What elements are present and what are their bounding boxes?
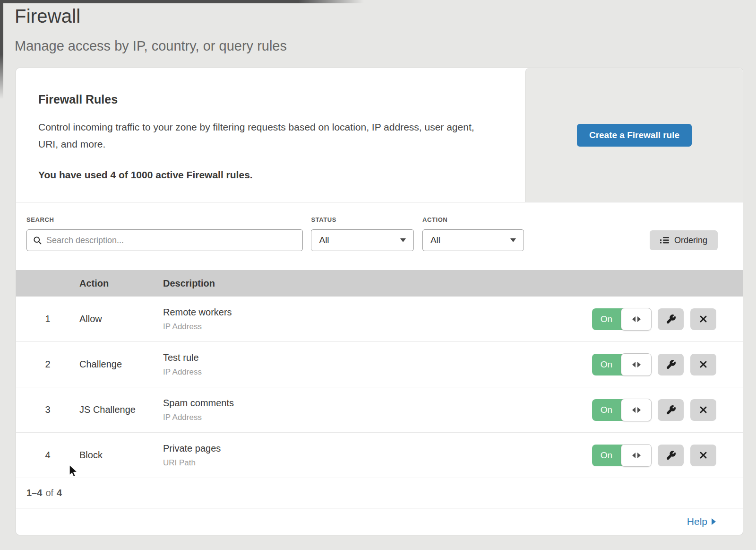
rule-description: Test rule [163,352,592,363]
create-firewall-rule-button[interactable]: Create a Firewall rule [577,124,692,147]
rule-action: Block [79,450,163,461]
rule-description-cell: Private pages URI Path [163,443,592,468]
arrow-right-icon [637,407,641,413]
help-link[interactable]: Help [687,516,716,527]
arrow-right-icon [637,316,641,322]
edit-rule-button[interactable] [658,399,684,421]
delete-rule-button[interactable] [690,354,716,375]
toggle-knob[interactable] [621,308,652,331]
status-label: STATUS [311,216,414,223]
ordering-button[interactable]: Ordering [650,230,718,250]
filters-section: SEARCH STATUS All ACTION All [16,202,743,270]
caret-right-icon [712,518,716,525]
create-rule-panel: Create a Firewall rule [525,68,743,202]
pagination-total: 4 [57,488,62,498]
rule-controls: On [592,399,743,421]
search-filter-group: SEARCH [26,216,303,251]
search-icon [33,236,42,245]
table-header: Action Description [16,270,743,297]
ordering-button-label: Ordering [674,236,707,245]
help-bar: Help [16,508,743,535]
toggle-on-label: On [592,445,621,466]
screen-edge-top [0,0,364,3]
help-label: Help [687,516,707,527]
search-box[interactable] [26,229,303,251]
rule-priority: 1 [16,314,79,324]
rule-description-cell: Spam comments IP Address [163,398,592,422]
pagination-of: of [45,488,53,498]
rule-enabled-toggle[interactable]: On [592,308,651,330]
card-heading: Firewall Rules [38,93,507,106]
edit-rule-button[interactable] [658,445,684,466]
toggle-on-label: On [592,354,621,375]
toggle-knob[interactable] [621,353,652,376]
rule-description: Remote workers [163,307,592,318]
page-title: Firewall [15,6,756,27]
page-subtitle: Manage access by IP, country, or query r… [15,38,756,54]
action-select[interactable]: All [422,229,524,251]
rule-action: Challenge [79,359,163,370]
arrow-left-icon [632,453,636,458]
close-icon [699,314,708,323]
table-row: 4 Block Private pages URI Path On [16,433,743,478]
action-label: ACTION [422,216,524,223]
edit-rule-button[interactable] [658,354,684,375]
action-column-header: Action [79,278,163,289]
table-row: 3 JS Challenge Spam comments IP Address … [16,387,743,433]
arrow-left-icon [632,316,636,322]
search-label: SEARCH [26,216,303,223]
rule-match-type: IP Address [163,413,592,422]
rule-controls: On [592,445,743,466]
toggle-knob[interactable] [621,399,652,421]
status-filter-group: STATUS All [311,216,414,251]
delete-rule-button[interactable] [690,308,716,330]
wrench-icon [666,314,676,324]
close-icon [699,451,708,460]
page-header: Firewall Manage access by IP, country, o… [0,0,756,54]
usage-note: You have used 4 of 1000 active Firewall … [38,169,507,181]
rule-enabled-toggle[interactable]: On [592,354,651,375]
toggle-knob[interactable] [621,444,652,467]
edit-rule-button[interactable] [658,308,684,330]
wrench-icon [666,450,676,461]
close-icon [699,405,708,414]
rule-controls: On [592,354,743,375]
rule-priority: 2 [16,359,79,370]
arrow-left-icon [632,407,636,413]
description-column-header: Description [163,278,743,289]
rule-description-cell: Remote workers IP Address [163,307,592,332]
rule-match-type: URI Path [163,458,592,468]
arrow-right-icon [637,362,641,367]
rule-enabled-toggle[interactable]: On [592,399,651,421]
chevron-down-icon [510,238,516,242]
table-row: 2 Challenge Test rule IP Address On [16,342,743,387]
intro-text-block: Firewall Rules Control incoming traffic … [16,68,525,202]
action-filter-group: ACTION All [422,216,524,251]
rule-description: Spam comments [163,398,592,409]
rule-priority: 4 [16,450,79,461]
wrench-icon [666,359,676,370]
search-input[interactable] [46,236,297,245]
rule-action: Allow [79,314,163,324]
toggle-on-label: On [592,399,621,421]
wrench-icon [666,405,676,415]
ordered-list-icon [660,236,669,244]
status-select[interactable]: All [311,229,414,251]
rule-enabled-toggle[interactable]: On [592,445,651,466]
arrow-right-icon [637,453,641,458]
rule-match-type: IP Address [163,367,592,377]
intro-section: Firewall Rules Control incoming traffic … [16,68,743,202]
rule-description: Private pages [163,443,592,454]
card-description: Control incoming traffic to your zone by… [38,119,492,153]
delete-rule-button[interactable] [690,445,716,466]
rule-controls: On [592,308,743,330]
action-selected-value: All [430,235,440,245]
rule-action: JS Challenge [79,404,163,415]
status-selected-value: All [319,235,329,245]
rule-description-cell: Test rule IP Address [163,352,592,377]
arrow-left-icon [632,362,636,367]
table-row: 1 Allow Remote workers IP Address On [16,297,743,342]
rule-match-type: IP Address [163,322,592,332]
delete-rule-button[interactable] [690,399,716,421]
close-icon [699,360,708,369]
